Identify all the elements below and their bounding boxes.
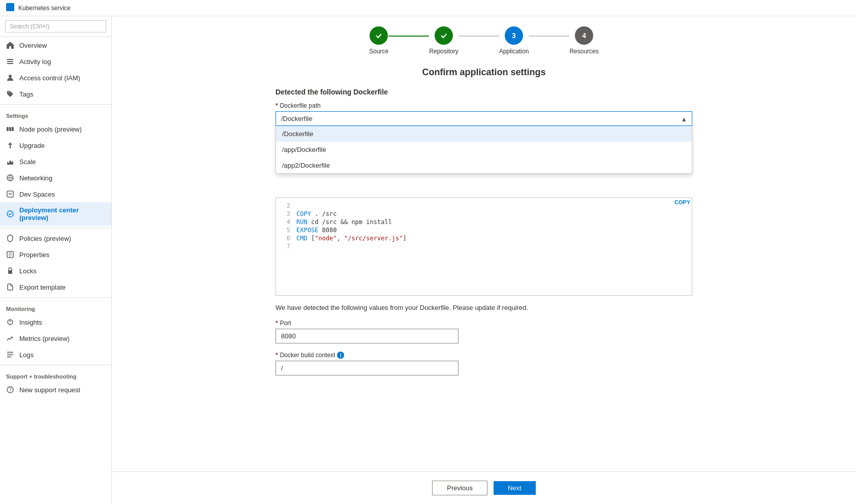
dockerfile-dropdown-container: ▲ /Dockerfile /app/Dockerfile /app2/Dock… [276,111,692,126]
required-star: * [276,102,278,109]
copy-button[interactable]: COPY [675,199,690,205]
sidebar-label-locks: Locks [19,267,37,275]
dockerfile-path-label: * Dockerfile path [276,102,692,109]
sidebar-label-activity-log: Activity log [19,58,51,66]
step-resources: 4 Resources [569,26,598,55]
bottom-bar: Previous Next [112,471,856,504]
search-input[interactable] [5,20,106,33]
sidebar-label-deployment-center: Deployment center (preview) [19,206,105,222]
step-line-2 [458,36,499,37]
sidebar-item-deployment-center[interactable]: Deployment center (preview) [0,202,111,226]
code-line-6: 6 CMD ["node", "/src/server.js"] [276,234,692,242]
sidebar-item-overview[interactable]: Overview [0,37,111,53]
step-line-1 [388,36,429,37]
search-container [0,16,111,37]
upgrade-icon [6,141,14,149]
dropdown-option-dockerfile[interactable]: /Dockerfile [276,126,692,142]
sidebar-item-activity-log[interactable]: Activity log [0,53,111,70]
sidebar-label-insights: Insights [19,319,42,326]
list-icon [6,57,14,66]
sidebar-item-node-pools[interactable]: Node pools (preview) [0,121,111,137]
dropdown-option-app2-dockerfile[interactable]: /app2/Dockerfile [276,158,692,173]
sidebar-label-logs: Logs [19,351,34,359]
previous-button[interactable]: Previous [432,481,487,495]
sidebar-item-logs[interactable]: Logs [0,346,111,363]
code-line-3: 3 COPY . /src [276,210,692,218]
sidebar-label-networking: Networking [19,174,52,182]
step-application: 3 Application [499,26,529,55]
export-icon [6,283,14,291]
info-text: We have detected the following values fr… [276,304,692,311]
svg-rect-7 [12,127,14,131]
sidebar-label-access-control: Access control (IAM) [19,74,80,82]
docker-context-label: * Docker build context i [276,352,692,359]
sidebar-item-policies[interactable]: Policies (preview) [0,230,111,246]
dockerfile-section-label: Detected the following Dockerfile [276,88,692,96]
properties-icon [6,250,14,259]
sidebar-item-tags[interactable]: Tags [0,86,111,102]
main-content: Source Repository 3 Application [112,16,856,504]
step-resources-circle: 4 [575,26,593,45]
sidebar-item-insights[interactable]: Insights [0,314,111,330]
home-icon [6,41,14,49]
svg-text:?: ? [9,387,12,393]
port-label: * Port [276,320,692,327]
sidebar-item-metrics[interactable]: Metrics (preview) [0,330,111,346]
code-line-2: 2 [276,202,692,210]
monitoring-section-label: Monitoring [0,300,111,314]
sidebar-label-tags: Tags [19,90,33,98]
code-line-7: 7 [276,242,692,250]
step-source-label: Source [369,48,388,55]
sidebar-divider-3 [0,297,111,298]
settings-section-label: Settings [0,107,111,121]
sidebar: Overview Activity log Access control (IA… [0,16,112,504]
port-input[interactable] [276,329,458,343]
step-resources-number: 4 [582,32,586,40]
sidebar-item-scale[interactable]: Scale [0,153,111,170]
svg-rect-22 [7,356,11,358]
next-button[interactable]: Next [494,481,536,495]
svg-rect-21 [7,354,13,356]
svg-point-19 [10,323,11,324]
step-source: Source [369,26,388,55]
step-repository-circle [435,26,453,45]
sidebar-label-scale: Scale [19,158,36,166]
sidebar-divider-1 [0,104,111,105]
nodepool-icon [6,125,14,133]
person-icon [6,74,14,82]
svg-rect-20 [7,352,13,353]
svg-rect-1 [7,59,13,60]
docker-context-group: * Docker build context i [276,352,692,375]
sidebar-item-new-support[interactable]: ? New support request [0,382,111,398]
metrics-icon [6,334,14,342]
scale-icon [6,158,14,166]
sidebar-item-locks[interactable]: Locks [0,263,111,279]
sidebar-item-export-template[interactable]: Export template [0,279,111,295]
dockerfile-path-input[interactable] [276,111,692,126]
sidebar-label-export-template: Export template [19,284,66,291]
step-application-number: 3 [512,32,516,40]
sidebar-item-networking[interactable]: Networking [0,170,111,186]
svg-rect-0 [6,3,14,11]
svg-rect-5 [7,127,9,131]
sidebar-label-upgrade: Upgrade [19,142,45,149]
step-application-circle: 3 [505,26,523,45]
policy-icon [6,234,14,242]
sidebar-item-properties[interactable]: Properties [0,246,111,263]
svg-rect-16 [8,270,12,274]
service-name: Kubernetes service [18,5,71,12]
service-icon [6,3,14,13]
stepper: Source Repository 3 Application [276,26,692,55]
top-bar: Kubernetes service [0,0,856,16]
step-resources-label: Resources [569,48,598,55]
sidebar-label-overview: Overview [19,42,47,49]
insights-icon [6,318,14,326]
step-repository: Repository [429,26,458,55]
docker-context-input[interactable] [276,361,458,375]
svg-point-4 [9,75,12,78]
sidebar-item-access-control[interactable]: Access control (IAM) [0,70,111,86]
sidebar-item-upgrade[interactable]: Upgrade [0,137,111,153]
svg-rect-2 [7,61,13,62]
dropdown-option-app-dockerfile[interactable]: /app/Dockerfile [276,142,692,158]
sidebar-item-dev-spaces[interactable]: Dev Spaces [0,186,111,202]
